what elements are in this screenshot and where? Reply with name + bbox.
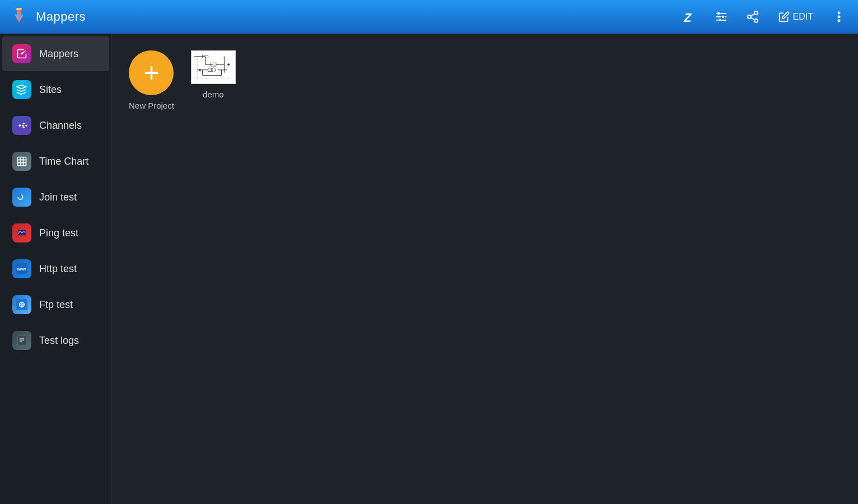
sidebar-item-httptest-label: Http test (39, 263, 77, 275)
svg-text:👤: 👤 (18, 193, 22, 198)
sidebar-item-testlogs[interactable]: Test logs (2, 323, 109, 358)
topbar-left: Mappers (9, 7, 680, 27)
sidebar-item-channels-label: Channels (39, 120, 82, 132)
app-title: Mappers (36, 10, 86, 24)
svg-line-14 (750, 14, 754, 16)
svg-text:Z: Z (683, 11, 692, 24)
sidebar-item-pingtest[interactable]: Ping test (2, 216, 109, 250)
svg-text:www: www (17, 267, 26, 271)
svg-rect-43 (192, 51, 235, 83)
sidebar-item-jointest[interactable]: 👤 Join test (2, 180, 109, 214)
timechart-icon (12, 152, 31, 171)
sidebar-item-mappers-label: Mappers (39, 48, 78, 60)
main-content: + New Project (112, 34, 858, 504)
sidebar-item-timechart[interactable]: Time Chart (2, 144, 109, 179)
svg-point-10 (754, 11, 758, 15)
svg-rect-22 (18, 157, 26, 166)
app-logo-icon (9, 7, 29, 27)
new-project-icon: + (129, 50, 174, 95)
new-project-item[interactable]: + New Project (129, 50, 174, 110)
svg-point-7 (717, 12, 720, 15)
sidebar-item-httptest[interactable]: www Http test (2, 251, 109, 286)
demo-project-thumbnail (191, 50, 236, 84)
edit-button[interactable]: EDIT (774, 9, 818, 25)
sliders-icon[interactable] (711, 7, 731, 27)
svg-point-17 (838, 20, 841, 22)
mappers-icon (12, 44, 31, 63)
svg-point-58 (199, 69, 201, 71)
body-area: Mappers Sites ✦✦✦ Channels (0, 34, 858, 504)
channels-icon: ✦✦✦ (12, 116, 31, 135)
svg-point-15 (838, 12, 841, 15)
svg-rect-2 (16, 8, 22, 10)
sidebar-item-mappers[interactable]: Mappers (2, 36, 109, 71)
more-menu-icon[interactable] (829, 7, 849, 27)
sidebar-item-testlogs-label: Test logs (39, 335, 79, 347)
svg-point-8 (721, 15, 725, 18)
svg-point-11 (748, 15, 751, 18)
sidebar-item-channels[interactable]: ✦✦✦ Channels (2, 108, 109, 143)
demo-project-item[interactable]: demo (191, 50, 236, 110)
sidebar-item-sites[interactable]: Sites (2, 72, 109, 107)
sidebar-item-ftptest[interactable]: Ftp test (2, 287, 109, 322)
projects-grid: + New Project (129, 50, 841, 110)
topbar-right: Z (680, 7, 849, 27)
sidebar-item-pingtest-label: Ping test (39, 227, 78, 239)
new-project-label: New Project (129, 101, 174, 110)
ftptest-icon (12, 295, 31, 314)
sidebar: Mappers Sites ✦✦✦ Channels (0, 34, 112, 504)
svg-point-9 (718, 18, 721, 22)
svg-text:✦✦✦: ✦✦✦ (18, 124, 27, 128)
testlogs-icon (12, 331, 31, 350)
sites-icon (12, 80, 31, 99)
topbar: Mappers Z (0, 0, 858, 34)
svg-point-59 (227, 63, 230, 66)
pingtest-icon (12, 223, 31, 242)
httptest-icon: www (12, 259, 31, 278)
sidebar-item-sites-label: Sites (39, 84, 62, 96)
svg-point-16 (838, 16, 841, 18)
svg-point-12 (754, 19, 758, 22)
z-icon[interactable]: Z (680, 7, 700, 27)
edit-label: EDIT (793, 12, 813, 22)
sidebar-item-ftptest-label: Ftp test (39, 299, 73, 311)
sidebar-item-timechart-label: Time Chart (39, 156, 88, 167)
svg-rect-39 (18, 336, 26, 346)
sidebar-item-jointest-label: Join test (39, 192, 77, 203)
demo-project-label: demo (203, 90, 224, 99)
svg-line-13 (750, 18, 754, 20)
share-icon[interactable] (743, 7, 763, 27)
jointest-icon: 👤 (12, 188, 31, 207)
